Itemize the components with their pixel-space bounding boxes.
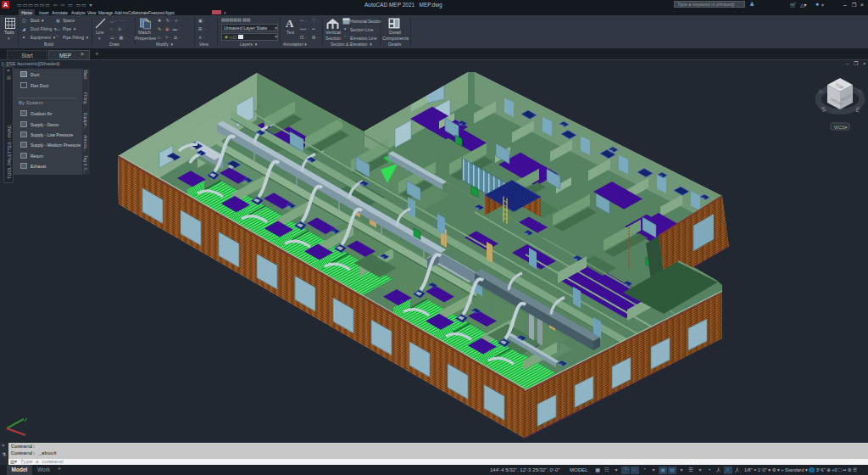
svg-text:TOOL PALETTES - HVAC: TOOL PALETTES - HVAC (7, 125, 12, 179)
svg-text:WCS▾: WCS▾ (834, 125, 848, 130)
svg-text:N: N (858, 88, 863, 94)
